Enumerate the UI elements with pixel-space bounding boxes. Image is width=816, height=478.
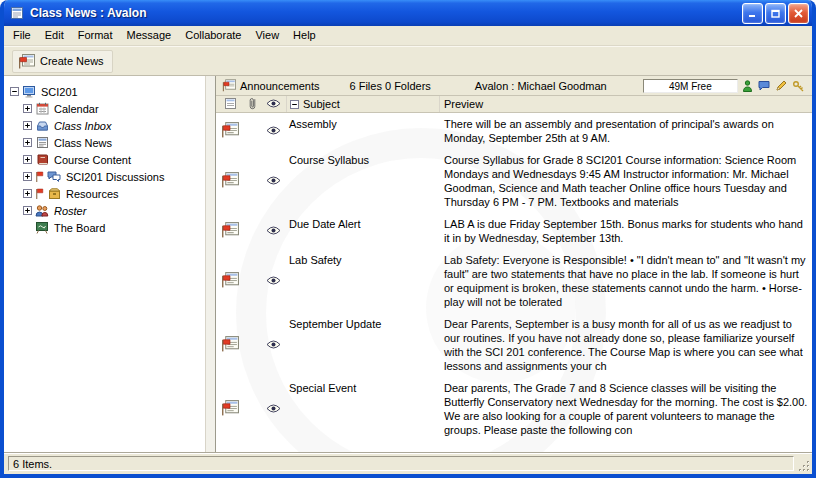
file-folder-counts: 6 Files 0 Folders bbox=[350, 80, 431, 92]
create-news-button[interactable]: Create News bbox=[12, 50, 113, 73]
tree-scrollbar[interactable] bbox=[205, 76, 215, 452]
message-subject: Lab Safety bbox=[286, 252, 440, 309]
tree-item-label: Resources bbox=[64, 188, 119, 200]
message-preview: There will be an assembly and presentati… bbox=[440, 116, 812, 145]
tree-item-sci201[interactable]: SCI201 bbox=[4, 83, 205, 100]
message-row[interactable]: Assembly There will be an assembly and p… bbox=[216, 113, 812, 149]
edit-icon[interactable] bbox=[775, 80, 787, 92]
tree-item-label: SCI201 Discussions bbox=[64, 171, 164, 183]
minimize-button[interactable] bbox=[742, 3, 763, 24]
memo-flag-icon bbox=[221, 336, 239, 354]
column-attachments[interactable] bbox=[244, 96, 261, 112]
eye-icon bbox=[266, 225, 281, 237]
book-icon bbox=[35, 153, 49, 166]
message-list: Assembly There will be an assembly and p… bbox=[216, 113, 812, 452]
tree-item-label: The Board bbox=[52, 222, 105, 234]
create-news-icon bbox=[18, 54, 35, 69]
message-subject: Special Event bbox=[286, 380, 440, 437]
info-bar: Announcements 6 Files 0 Folders Avalon :… bbox=[216, 76, 812, 96]
window-title: Class News : Avalon bbox=[30, 6, 737, 20]
tree-item-label: Calendar bbox=[52, 103, 99, 115]
collapse-minus-icon[interactable] bbox=[290, 100, 299, 109]
message-subject: September Update bbox=[286, 316, 440, 373]
tree-item-class-inbox[interactable]: Class Inbox bbox=[4, 117, 205, 134]
menu-view[interactable]: View bbox=[248, 26, 286, 45]
tree-item-calendar[interactable]: Calendar bbox=[4, 100, 205, 117]
column-subject[interactable]: Subject bbox=[286, 96, 440, 112]
message-row[interactable]: Lab Safety Lab Safety: Everyone is Respo… bbox=[216, 249, 812, 313]
message-subject: Assembly bbox=[286, 116, 440, 145]
tree-item-label: Roster bbox=[52, 205, 86, 217]
memo-flag-icon bbox=[221, 272, 239, 290]
permissions-icon[interactable] bbox=[792, 80, 804, 92]
expand-plus-icon[interactable] bbox=[23, 206, 32, 215]
menu-collaborate[interactable]: Collaborate bbox=[178, 26, 248, 45]
close-button[interactable] bbox=[788, 3, 809, 24]
app-window: Class News : Avalon FileEditFormatMessag… bbox=[0, 0, 816, 478]
folder-tree-children: Calendar Class Inbox Class News Course C… bbox=[4, 100, 205, 236]
folder-name: Announcements bbox=[240, 80, 320, 92]
create-news-label: Create News bbox=[40, 55, 104, 67]
paperclip-icon bbox=[248, 97, 257, 112]
eye-icon bbox=[266, 403, 281, 415]
message-subject: Due Date Alert bbox=[286, 216, 440, 245]
message-pane: Announcements 6 Files 0 Folders Avalon :… bbox=[216, 76, 812, 452]
message-subject: Course Syllabus bbox=[286, 152, 440, 209]
tree-item-course-content[interactable]: Course Content bbox=[4, 151, 205, 168]
collapse-minus-icon[interactable] bbox=[10, 87, 19, 96]
resize-grip[interactable] bbox=[797, 459, 811, 473]
flag-icon bbox=[35, 188, 44, 200]
maximize-button[interactable] bbox=[765, 3, 786, 24]
chat-icon[interactable] bbox=[758, 80, 770, 91]
tree-item-label: Course Content bbox=[52, 154, 131, 166]
tree-item-label: Class Inbox bbox=[52, 120, 111, 132]
tree-item-resources[interactable]: Resources bbox=[4, 185, 205, 202]
expand-plus-icon[interactable] bbox=[23, 172, 32, 181]
menu-message[interactable]: Message bbox=[120, 26, 179, 45]
expand-plus-icon[interactable] bbox=[23, 104, 32, 113]
column-read-status[interactable] bbox=[261, 96, 286, 112]
menu-format[interactable]: Format bbox=[71, 26, 120, 45]
folder-tree: SCI201 Calendar Class Inbox Class News C… bbox=[4, 76, 205, 452]
menu-file[interactable]: File bbox=[6, 26, 38, 45]
expand-plus-icon[interactable] bbox=[23, 121, 32, 130]
message-row[interactable]: Course Syllabus Course Syllabus for Grad… bbox=[216, 149, 812, 213]
tree-item-class-news[interactable]: Class News bbox=[4, 134, 205, 151]
expand-plus-icon[interactable] bbox=[23, 155, 32, 164]
column-subject-label: Subject bbox=[303, 98, 340, 110]
board-icon bbox=[35, 221, 49, 234]
status-bar: 6 Items. bbox=[4, 452, 812, 474]
column-preview[interactable]: Preview bbox=[440, 96, 812, 112]
computer-icon bbox=[22, 85, 36, 98]
message-row[interactable]: Due Date Alert LAB A is due Friday Septe… bbox=[216, 213, 812, 249]
message-preview: Lab Safety: Everyone is Responsible! • "… bbox=[440, 252, 812, 309]
menu-help[interactable]: Help bbox=[286, 26, 323, 45]
expand-plus-icon[interactable] bbox=[23, 138, 32, 147]
tree-item-sci201-discussions[interactable]: SCI201 Discussions bbox=[4, 168, 205, 185]
eye-icon bbox=[266, 125, 281, 137]
announcements-icon bbox=[222, 79, 236, 92]
message-row[interactable]: Special Event Dear parents, The Grade 7 … bbox=[216, 377, 812, 441]
discussion-icon bbox=[47, 170, 61, 183]
eye-icon bbox=[266, 339, 281, 351]
list-header: Subject Preview bbox=[216, 96, 812, 113]
online-user-icon[interactable] bbox=[742, 80, 753, 92]
tree-item-the-board[interactable]: The Board bbox=[4, 219, 205, 236]
inbox-icon bbox=[35, 119, 49, 132]
memo-flag-icon bbox=[221, 222, 239, 240]
item-count: 6 Items. bbox=[8, 456, 794, 471]
eye-icon bbox=[266, 275, 281, 287]
tree-item-roster[interactable]: Roster bbox=[4, 202, 205, 219]
news-icon bbox=[35, 136, 49, 149]
message-preview: LAB A is due Friday September 15th. Bonu… bbox=[440, 216, 812, 245]
message-row[interactable]: September Update Dear Parents, September… bbox=[216, 313, 812, 377]
expand-plus-icon[interactable] bbox=[23, 189, 32, 198]
menu-edit[interactable]: Edit bbox=[38, 26, 71, 45]
resources-icon bbox=[47, 187, 61, 200]
window-controls bbox=[742, 3, 809, 24]
calendar-icon bbox=[35, 102, 49, 115]
column-item-icon[interactable] bbox=[216, 96, 244, 112]
tree-item-label: SCI201 bbox=[39, 86, 78, 98]
message-preview: Course Syllabus for Grade 8 SCI201 Cours… bbox=[440, 152, 812, 209]
memo-flag-icon bbox=[221, 122, 239, 140]
